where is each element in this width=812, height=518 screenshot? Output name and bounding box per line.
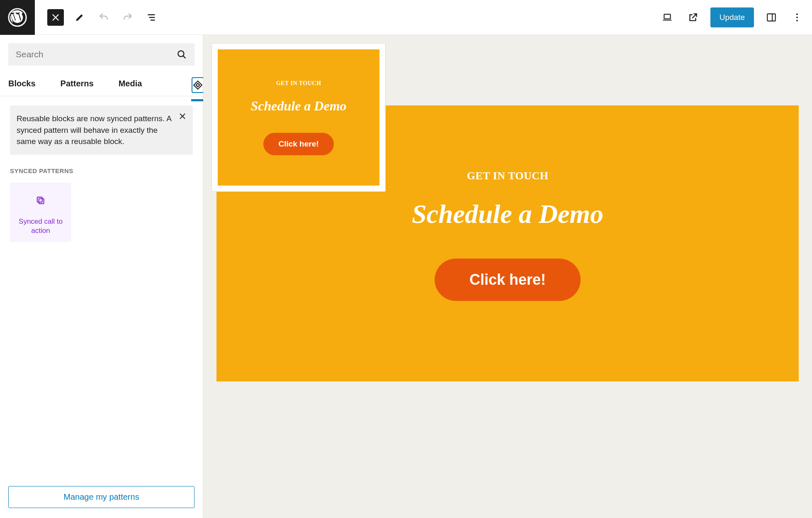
editor-canvas[interactable]: GET IN TOUCH Schedule a Demo Click here!… bbox=[203, 35, 812, 518]
more-vertical-icon bbox=[792, 12, 802, 23]
settings-sidebar-button[interactable] bbox=[763, 9, 780, 26]
close-inserter-button[interactable] bbox=[47, 9, 64, 26]
tab-media[interactable]: Media bbox=[119, 74, 142, 96]
external-link-icon bbox=[688, 12, 698, 23]
redo-icon bbox=[122, 12, 133, 23]
laptop-icon bbox=[662, 12, 673, 23]
pencil-icon bbox=[74, 12, 85, 23]
cta-heading-preview: Schedule a Demo bbox=[250, 98, 346, 114]
pattern-drag-preview: GET IN TOUCH Schedule a Demo Click here! bbox=[212, 43, 386, 192]
svg-point-5 bbox=[796, 20, 798, 21]
svg-rect-2 bbox=[767, 14, 776, 21]
block-inserter-panel: Blocks Patterns Media Reusable blocks ar… bbox=[0, 35, 203, 518]
search-input[interactable] bbox=[16, 49, 176, 59]
sidebar-icon bbox=[766, 12, 777, 23]
cta-block-preview: GET IN TOUCH Schedule a Demo Click here! bbox=[218, 49, 379, 186]
wordpress-icon bbox=[8, 8, 27, 27]
close-icon bbox=[50, 12, 61, 23]
list-icon bbox=[146, 12, 157, 23]
svg-point-4 bbox=[796, 17, 798, 18]
notice-dismiss-button[interactable] bbox=[176, 110, 189, 123]
wordpress-logo[interactable] bbox=[0, 0, 35, 35]
copy-icon bbox=[35, 195, 46, 206]
cta-heading[interactable]: Schedule a Demo bbox=[412, 199, 603, 230]
svg-point-3 bbox=[796, 13, 798, 15]
tab-patterns[interactable]: Patterns bbox=[61, 74, 94, 96]
view-button[interactable] bbox=[659, 9, 676, 26]
inserter-search[interactable] bbox=[8, 43, 194, 66]
svg-rect-8 bbox=[37, 197, 42, 202]
cta-eyebrow[interactable]: GET IN TOUCH bbox=[467, 170, 549, 182]
notice-text: Reusable blocks are now synced patterns.… bbox=[17, 114, 171, 146]
synced-patterns-notice: Reusable blocks are now synced patterns.… bbox=[10, 105, 193, 155]
manage-patterns-button[interactable]: Manage my patterns bbox=[8, 486, 194, 508]
pattern-card-label: Synced call to action bbox=[14, 217, 67, 235]
update-button[interactable]: Update bbox=[710, 7, 754, 27]
edit-tool-button[interactable] bbox=[71, 9, 88, 26]
search-icon bbox=[176, 49, 187, 60]
svg-rect-1 bbox=[664, 14, 670, 19]
view-page-button[interactable] bbox=[685, 9, 701, 26]
document-overview-button[interactable] bbox=[143, 9, 160, 26]
section-heading-synced: SYNCED PATTERNS bbox=[10, 167, 193, 174]
options-button[interactable] bbox=[789, 9, 805, 26]
top-toolbar: Update bbox=[0, 0, 812, 35]
close-icon bbox=[178, 112, 187, 121]
pattern-card-synced-cta[interactable]: Synced call to action bbox=[10, 183, 71, 242]
undo-button[interactable] bbox=[95, 9, 112, 26]
svg-rect-7 bbox=[39, 198, 44, 203]
undo-icon bbox=[98, 12, 109, 23]
cta-button[interactable]: Click here! bbox=[435, 259, 581, 301]
redo-button[interactable] bbox=[119, 9, 136, 26]
tab-blocks[interactable]: Blocks bbox=[8, 74, 36, 96]
inserter-tabs: Blocks Patterns Media bbox=[0, 74, 203, 96]
cta-eyebrow-preview: GET IN TOUCH bbox=[276, 80, 321, 87]
cta-button-preview: Click here! bbox=[263, 133, 333, 155]
synced-icon bbox=[192, 80, 203, 90]
tab-synced-patterns[interactable] bbox=[192, 77, 204, 93]
